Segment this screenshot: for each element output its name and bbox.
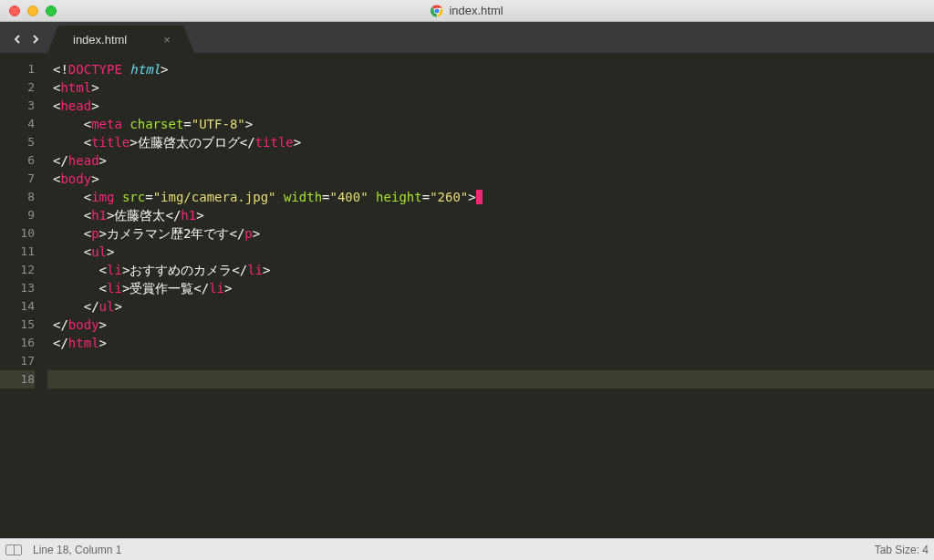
window-titlebar: index.html: [0, 0, 934, 22]
line-number: 6: [0, 151, 35, 170]
code-content[interactable]: <!DOCTYPE html><html><head> <meta charse…: [47, 60, 934, 538]
line-number: 15: [0, 316, 35, 334]
svg-point-0: [431, 5, 443, 16]
maximize-window-button[interactable]: [46, 5, 57, 16]
line-number: 16: [0, 334, 35, 352]
traffic-lights: [0, 5, 57, 16]
svg-point-2: [435, 8, 440, 13]
line-number: 12: [0, 261, 35, 279]
close-window-button[interactable]: [9, 5, 20, 16]
code-line[interactable]: <meta charset="UTF-8">: [47, 115, 934, 133]
window-title-text: index.html: [449, 4, 503, 17]
line-number: 5: [0, 133, 35, 151]
line-number: 18: [0, 370, 35, 389]
code-line[interactable]: </ul>: [47, 297, 934, 316]
code-line[interactable]: <h1>佐藤啓太</h1>: [47, 206, 934, 224]
nav-back-button[interactable]: [11, 33, 24, 46]
line-number: 14: [0, 297, 35, 316]
line-number: 10: [0, 224, 35, 243]
tab-size-selector[interactable]: Tab Size: 4: [875, 544, 929, 556]
line-number: 7: [0, 170, 35, 188]
code-line[interactable]: [47, 370, 934, 389]
code-line[interactable]: <img src="img/camera.jpg" width="400" he…: [47, 188, 934, 206]
code-line[interactable]: <title>佐藤啓太のブログ</title>: [47, 133, 934, 151]
code-line[interactable]: <li>おすすめのカメラ</li>: [47, 261, 934, 279]
panel-switch-icon[interactable]: [5, 544, 22, 555]
code-line[interactable]: <body>: [47, 170, 934, 188]
chrome-favicon-icon: [431, 5, 443, 17]
tab-bar: index.html ×: [0, 22, 934, 53]
window-title: index.html: [0, 4, 934, 17]
text-cursor: [476, 190, 483, 204]
line-number: 17: [0, 352, 35, 370]
line-number: 11: [0, 243, 35, 261]
line-number: 13: [0, 279, 35, 297]
code-line[interactable]: </head>: [47, 151, 934, 170]
code-line[interactable]: [47, 352, 934, 370]
line-number: 9: [0, 206, 35, 224]
code-line[interactable]: <head>: [47, 97, 934, 115]
code-line[interactable]: <p>カメラマン歴2年です</p>: [47, 224, 934, 243]
line-number: 4: [0, 115, 35, 133]
code-line[interactable]: <html>: [47, 78, 934, 97]
nav-forward-button[interactable]: [29, 33, 42, 46]
line-number: 3: [0, 97, 35, 115]
line-number: 1: [0, 60, 35, 78]
line-number: 8: [0, 188, 35, 206]
code-line[interactable]: <li>受賞作一覧</li>: [47, 279, 934, 297]
editor-window: index.html index.html × 1234567891011121…: [0, 0, 934, 560]
cursor-position-label[interactable]: Line 18, Column 1: [33, 544, 121, 556]
code-line[interactable]: </body>: [47, 316, 934, 334]
tab-filename: index.html: [73, 33, 127, 47]
code-line[interactable]: <ul>: [47, 243, 934, 261]
status-bar: Line 18, Column 1 Tab Size: 4: [0, 538, 934, 560]
editor-area[interactable]: 123456789101112131415161718 <!DOCTYPE ht…: [0, 53, 934, 538]
svg-point-1: [434, 7, 440, 13]
code-line[interactable]: <!DOCTYPE html>: [47, 60, 934, 78]
close-tab-button[interactable]: ×: [163, 33, 171, 47]
file-tab[interactable]: index.html ×: [58, 26, 183, 53]
code-line[interactable]: </html>: [47, 334, 934, 352]
line-number-gutter: 123456789101112131415161718: [0, 60, 47, 538]
line-number: 2: [0, 78, 35, 97]
minimize-window-button[interactable]: [27, 5, 38, 16]
